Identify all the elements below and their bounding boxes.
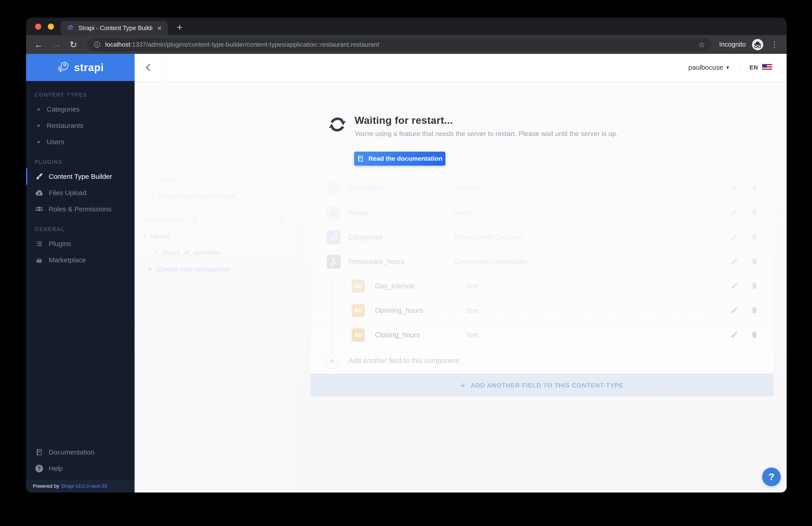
sidebar-item-roles-permissions[interactable]: Roles & Permissions xyxy=(26,201,134,217)
subsidebar-item-hours-of-operation[interactable]: Hours_of_operation xyxy=(156,249,220,256)
strapi-logo[interactable]: strapi xyxy=(26,54,134,81)
link-label: Create new content-type xyxy=(159,192,235,200)
read-documentation-button[interactable]: Read the documentation xyxy=(354,152,446,166)
field-row-restaurant-hours[interactable]: Restaurant_hours Component (repeatable) xyxy=(310,249,773,274)
close-window-button[interactable] xyxy=(35,24,41,30)
caret-down-icon[interactable]: ▾ xyxy=(726,64,729,71)
subsidebar-item-user[interactable]: User xyxy=(154,176,176,183)
plus-icon: + xyxy=(149,192,154,201)
sidebar-item-plugins[interactable]: Plugins xyxy=(26,236,134,252)
tab-close-icon[interactable]: × xyxy=(157,24,162,32)
sidebar-item-help[interactable]: ? Help xyxy=(26,460,134,477)
sidebar-item-categories[interactable]: Categories xyxy=(26,101,134,118)
bullet-icon xyxy=(154,178,156,181)
restart-spinner-icon xyxy=(328,115,347,134)
field-type: Component (repeatable) xyxy=(454,258,730,266)
address-bar[interactable]: localhost:1337/admin/plugins/content-typ… xyxy=(87,38,712,51)
waiting-for-restart-block: Waiting for restart... You're using a fe… xyxy=(328,115,618,166)
sidebar-item-label: Roles & Permissions xyxy=(49,205,112,213)
component-group-hours[interactable]: ▾ Hours xyxy=(144,232,170,241)
sidebar-item-label: Documentation xyxy=(49,448,95,456)
trash-icon[interactable] xyxy=(750,330,758,340)
create-component-link[interactable]: + Create new component xyxy=(147,265,230,274)
new-tab-button[interactable]: + xyxy=(177,22,183,33)
edit-pencil-icon[interactable] xyxy=(730,208,739,217)
section-content-types: CONTENT TYPES xyxy=(26,92,134,98)
trash-icon[interactable] xyxy=(750,208,758,217)
sidebar-item-files-upload[interactable]: Files Upload xyxy=(26,185,134,201)
field-name: Closing_hours xyxy=(375,331,466,339)
incognito-avatar-icon xyxy=(752,39,764,50)
sidebar-item-label: Content Type Builder xyxy=(49,173,112,180)
field-row-description[interactable]: Description Rich text xyxy=(310,176,773,200)
browser-tab[interactable]: Strapi - Content Type Builder × xyxy=(61,21,168,35)
media-icon xyxy=(327,206,341,220)
back-icon[interactable]: ← xyxy=(34,40,43,49)
field-type: Text xyxy=(466,307,730,314)
bullet-icon xyxy=(38,124,40,127)
back-button[interactable] xyxy=(134,54,162,81)
text-field-badge: Ab xyxy=(352,304,365,317)
add-component-field-label: Add another field to this component xyxy=(348,357,459,365)
plus-circle-icon[interactable]: + xyxy=(324,354,339,368)
add-field-content-type-label: ADD ANOTHER FIELD TO THIS CONTENT-TYPE xyxy=(471,382,624,389)
strapi-version-link[interactable]: Strapi v3.0.0-next.33 xyxy=(61,483,107,489)
component-icon xyxy=(327,255,341,269)
bullet-icon xyxy=(38,108,40,111)
sidebar-item-label: Plugins xyxy=(49,240,71,247)
browser-menu-icon[interactable]: ⋮ xyxy=(770,40,779,49)
component-count-badge: 1 xyxy=(190,216,199,224)
trash-icon[interactable] xyxy=(750,257,758,266)
trash-icon[interactable] xyxy=(750,306,758,315)
sidebar-item-users[interactable]: Users xyxy=(26,134,134,150)
plus-icon: + xyxy=(460,380,466,391)
edit-pencil-icon[interactable] xyxy=(730,257,739,266)
create-content-type-link[interactable]: + Create new content-type xyxy=(149,192,235,201)
field-name: Description xyxy=(348,184,454,192)
component-field-row-closing-hours[interactable]: Ab Closing_hours Text xyxy=(310,322,773,347)
field-name: Image xyxy=(348,209,454,217)
us-flag-icon[interactable] xyxy=(762,64,772,71)
reload-icon[interactable]: ↻ xyxy=(70,40,77,49)
bookmark-star-icon[interactable]: ☆ xyxy=(698,40,705,49)
content-area: User + Create new content-type COMPONENT… xyxy=(134,81,787,493)
field-row-image[interactable]: Image Media xyxy=(310,200,773,225)
relation-icon xyxy=(327,230,341,244)
component-tree-connector xyxy=(332,322,350,335)
sidebar-item-documentation[interactable]: Documentation xyxy=(26,444,134,460)
browser-tab-strip: Strapi - Content Type Builder × + xyxy=(26,18,787,35)
add-field-content-type-button[interactable]: + ADD ANOTHER FIELD TO THIS CONTENT-TYPE xyxy=(310,374,773,396)
edit-pencil-icon[interactable] xyxy=(730,282,739,291)
sidebar-item-label: Restaurants xyxy=(47,122,83,130)
bullet-icon xyxy=(156,252,158,254)
edit-pencil-icon[interactable] xyxy=(730,183,739,193)
edit-pencil-icon[interactable] xyxy=(730,233,739,242)
help-fab-button[interactable]: ? xyxy=(762,468,781,486)
browser-window: Strapi - Content Type Builder × + ← → ↻ … xyxy=(26,18,787,493)
subsidebar-item-label: Hours_of_operation xyxy=(163,249,220,256)
forward-icon[interactable]: → xyxy=(52,40,61,49)
sidebar-item-restaurants[interactable]: Restaurants xyxy=(26,118,134,134)
sidebar-item-marketplace[interactable]: Marketplace xyxy=(26,252,134,268)
edit-pencil-icon[interactable] xyxy=(730,330,739,340)
component-field-row-opening-hours[interactable]: Ab Opening_hours Text xyxy=(310,298,773,322)
field-type: Text xyxy=(466,282,730,290)
trash-icon[interactable] xyxy=(750,282,758,291)
trash-icon[interactable] xyxy=(750,233,758,242)
site-info-icon[interactable] xyxy=(93,41,101,48)
minimize-window-button[interactable] xyxy=(48,24,54,30)
component-field-row-day-interval[interactable]: Ab Day_interval Text xyxy=(310,274,773,298)
field-type: Media xyxy=(454,209,730,216)
locale-selector[interactable]: EN xyxy=(750,64,758,71)
user-menu[interactable]: paulbocuse xyxy=(688,64,723,71)
sidebar-item-content-type-builder[interactable]: Content Type Builder xyxy=(26,168,134,185)
add-component-field-row[interactable]: + Add another field to this component xyxy=(310,347,773,374)
text-field-badge: Ab xyxy=(352,280,365,292)
trash-icon[interactable] xyxy=(750,183,758,193)
edit-pencil-icon[interactable] xyxy=(730,306,739,315)
search-icon[interactable] xyxy=(278,216,286,225)
field-row-categories[interactable]: Categories Relation with Category xyxy=(310,225,773,249)
component-tree-connector xyxy=(332,298,350,310)
bullet-icon xyxy=(38,141,40,143)
strapi-admin-app: strapi CONTENT TYPES Categories Restaura… xyxy=(26,54,787,493)
